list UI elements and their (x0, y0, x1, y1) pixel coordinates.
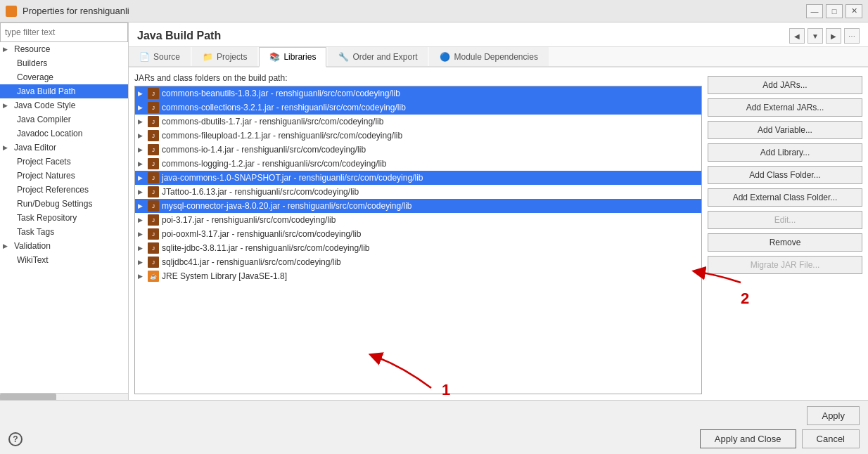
main-layout: ▶Resource Builders Coverage Java Build P… (0, 22, 868, 454)
panel-title: Java Build Path (137, 30, 221, 42)
list-item[interactable]: ▶Jcommons-logging-1.2.jar - renshiguanli… (135, 157, 701, 171)
add-variable-button[interactable]: Add Variable... (708, 121, 862, 139)
list-expand-icon: ▶ (138, 202, 145, 209)
more-button[interactable]: ⋯ (844, 28, 860, 44)
add-external-jars-button[interactable]: Add External JARs... (708, 98, 862, 117)
sidebar-item-label: Task Tags (17, 227, 54, 237)
tab-icon: 📚 (269, 52, 280, 62)
apply-close-button[interactable]: Apply and Close (700, 429, 796, 448)
sidebar-item-project-facets[interactable]: Project Facets (0, 155, 128, 169)
add-library-button[interactable]: Add Library... (708, 143, 862, 162)
sidebar-item-javadoc-location[interactable]: Javadoc Location (0, 127, 128, 141)
sidebar-item-label: Coverage (17, 72, 53, 82)
minimize-button[interactable]: — (806, 4, 823, 18)
jars-list: ▶Jcommons-beanutils-1.8.3.jar - renshigu… (135, 86, 701, 283)
jar-icon: J (148, 116, 159, 127)
bottom-row2: ? Apply and Close Cancel (8, 429, 860, 448)
title-bar: Properties for renshiguanli — □ ✕ (0, 0, 868, 22)
tabs-bar: 📄Source📁Projects📚Libraries🔧Order and Exp… (129, 47, 868, 67)
edit-button[interactable]: Edit... (708, 211, 862, 229)
tab-source[interactable]: 📄Source (129, 47, 191, 66)
jar-label: JRE System Library [JavaSE-1.8] (162, 271, 287, 281)
tab-module-dependencies[interactable]: 🔵Module Dependencies (429, 47, 548, 66)
cancel-button[interactable]: Cancel (802, 429, 860, 448)
jar-label: commons-dbutils-1.7.jar - renshiguanli/s… (162, 117, 383, 127)
help-button[interactable]: ? (8, 432, 23, 446)
app-icon (6, 6, 17, 17)
list-expand-icon: ▶ (138, 160, 145, 167)
list-item[interactable]: ▶Jjava-commons-1.0-SNAPSHOT.jar - renshi… (135, 171, 701, 185)
migrate-jar-button[interactable]: Migrate JAR File... (708, 256, 862, 274)
list-item[interactable]: ▶Jsqlite-jdbc-3.8.11.jar - renshiguanli/… (135, 241, 701, 255)
forward-button[interactable]: ▶ (826, 28, 841, 44)
sidebar-item-label: Javadoc Location (17, 129, 82, 138)
filter-input[interactable] (0, 22, 128, 42)
list-item[interactable]: ▶Jcommons-fileupload-1.2.1.jar - renshig… (135, 129, 701, 143)
jar-label: commons-collections-3.2.1.jar - renshigu… (162, 103, 406, 112)
jar-label: commons-io-1.4.jar - renshiguanli/src/co… (162, 145, 366, 155)
list-expand-icon: ▶ (138, 132, 145, 139)
sidebar-item-validation[interactable]: ▶Validation (0, 239, 128, 253)
sidebar-scrollbar[interactable] (0, 393, 128, 400)
jar-label: commons-beanutils-1.8.3.jar - renshiguan… (162, 89, 400, 98)
remove-button[interactable]: Remove (708, 233, 862, 252)
jar-icon: J (148, 172, 159, 183)
list-expand-icon: ▶ (138, 231, 145, 238)
window-controls: — □ ✕ (806, 4, 862, 18)
sidebar-item-task-tags[interactable]: Task Tags (0, 225, 128, 239)
list-item[interactable]: ▶JJTattoo-1.6.13.jar - renshiguanli/src/… (135, 185, 701, 199)
tab-icon: 📁 (203, 52, 213, 62)
jar-icon: J (148, 228, 159, 240)
sidebar-item-resource[interactable]: ▶Resource (0, 42, 128, 56)
list-item[interactable]: ▶Jpoi-ooxml-3.17.jar - renshiguanli/src/… (135, 227, 701, 241)
tab-libraries[interactable]: 📚Libraries (259, 47, 326, 67)
tab-order-and-export[interactable]: 🔧Order and Export (328, 47, 428, 66)
tab-projects[interactable]: 📁Projects (192, 47, 257, 66)
sidebar-item-java-editor[interactable]: ▶Java Editor (0, 141, 128, 155)
sidebar-item-java-build-path[interactable]: Java Build Path (0, 84, 128, 98)
tab-label: Source (153, 52, 180, 62)
add-jars-button[interactable]: Add JARs... (708, 76, 862, 94)
close-button[interactable]: ✕ (845, 4, 862, 18)
sidebar-item-project-references[interactable]: Project References (0, 183, 128, 197)
jar-icon: J (148, 200, 159, 212)
list-expand-icon: ▶ (138, 259, 145, 266)
list-item[interactable]: ▶Jsqljdbc41.jar - renshiguanli/src/com/c… (135, 255, 701, 269)
list-item[interactable]: ▶Jcommons-beanutils-1.8.3.jar - renshigu… (135, 86, 701, 100)
sidebar: ▶Resource Builders Coverage Java Build P… (0, 22, 129, 400)
add-class-folder-button[interactable]: Add Class Folder... (708, 166, 862, 184)
list-item[interactable]: ▶Jmysql-connector-java-8.0.20.jar - rens… (135, 199, 701, 213)
jar-label: JTattoo-1.6.13.jar - renshiguanli/src/co… (162, 187, 359, 197)
sidebar-item-label: Builders (17, 58, 47, 68)
sidebar-item-task-repository[interactable]: Task Repository (0, 211, 128, 225)
jar-icon: ☕ (148, 271, 159, 282)
list-expand-icon: ▶ (138, 146, 145, 153)
jar-icon: J (148, 158, 159, 169)
sidebar-item-label: Java Code Style (14, 100, 75, 110)
dropdown-button[interactable]: ▼ (808, 28, 823, 44)
list-item[interactable]: ▶Jcommons-dbutils-1.7.jar - renshiguanli… (135, 115, 701, 129)
back-button[interactable]: ◀ (789, 28, 805, 44)
list-item[interactable]: ▶Jpoi-3.17.jar - renshiguanli/src/com/co… (135, 213, 701, 227)
list-item[interactable]: ▶Jcommons-collections-3.2.1.jar - renshi… (135, 100, 701, 115)
list-item[interactable]: ▶Jcommons-io-1.4.jar - renshiguanli/src/… (135, 143, 701, 157)
list-item[interactable]: ▶☕JRE System Library [JavaSE-1.8] (135, 269, 701, 283)
sidebar-item-run/debug-settings[interactable]: Run/Debug Settings (0, 197, 128, 211)
tab-label: Module Dependencies (454, 52, 537, 62)
sidebar-item-label: Java Build Path (17, 86, 75, 96)
sidebar-item-coverage[interactable]: Coverage (0, 70, 128, 84)
maximize-button[interactable]: □ (826, 4, 843, 18)
sidebar-scroll-thumb (0, 394, 56, 400)
sidebar-item-project-natures[interactable]: Project Natures (0, 169, 128, 183)
sidebar-item-label: Java Compiler (17, 115, 71, 124)
sidebar-item-java-code-style[interactable]: ▶Java Code Style (0, 98, 128, 112)
add-external-class-folder-button[interactable]: Add External Class Folder... (708, 188, 862, 207)
expand-arrow-icon: ▶ (3, 46, 11, 53)
sidebar-item-java-compiler[interactable]: Java Compiler (0, 112, 128, 127)
sidebar-item-wikitext[interactable]: WikiText (0, 253, 128, 267)
bottom-bar: Apply ? Apply and Close Cancel (0, 400, 868, 454)
jars-list-container[interactable]: ▶Jcommons-beanutils-1.8.3.jar - renshigu… (134, 86, 702, 394)
sidebar-item-label: Project Facets (17, 157, 71, 167)
sidebar-item-builders[interactable]: Builders (0, 56, 128, 70)
apply-button[interactable]: Apply (807, 406, 860, 425)
